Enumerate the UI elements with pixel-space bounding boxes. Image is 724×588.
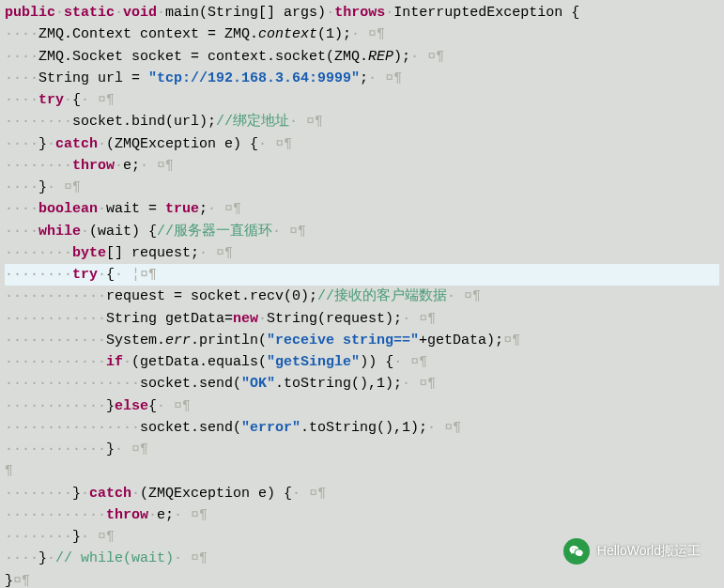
code-token: "error" xyxy=(241,420,300,436)
code-token: else xyxy=(115,398,148,414)
wechat-icon xyxy=(563,538,590,565)
code-token: "tcp://192.168.3.64:9999" xyxy=(148,70,360,86)
code-line[interactable]: ········socket.bind(url);//绑定地址· ¤¶ xyxy=(5,111,719,132)
code-token: ···· xyxy=(5,201,39,217)
code-token: } xyxy=(106,398,115,414)
code-token: · xyxy=(292,486,309,502)
code-token: ············ xyxy=(5,288,106,304)
code-token: ; xyxy=(360,70,368,86)
code-token: · xyxy=(55,5,64,21)
code-token: ···· xyxy=(5,550,39,566)
code-token: · xyxy=(385,5,393,21)
code-line[interactable]: ············}· ¤¶ xyxy=(5,439,719,460)
code-token: { xyxy=(72,92,81,108)
code-line[interactable]: ····ZMQ.Socket socket = context.socket(Z… xyxy=(5,46,719,68)
code-line[interactable]: ····boolean·wait = true;· ¤¶ xyxy=(5,198,719,220)
code-line[interactable]: ············request = socket.recv(0);//接… xyxy=(5,286,719,307)
code-token: byte xyxy=(72,245,106,261)
code-line[interactable]: ········byte[] request;· ¤¶ xyxy=(5,242,719,264)
code-token: ···· xyxy=(5,70,39,86)
code-token: ···· xyxy=(5,92,39,108)
code-token: public xyxy=(5,5,55,21)
code-line[interactable]: public·static·void·main(String[] args)·t… xyxy=(5,2,719,23)
code-line[interactable]: ¶ xyxy=(5,460,719,482)
code-token: ); xyxy=(393,49,410,65)
code-token: · xyxy=(368,70,385,86)
code-token: · xyxy=(115,441,131,457)
code-token: · xyxy=(115,158,123,174)
code-token: ········ xyxy=(5,486,72,502)
code-token: ¤¶ xyxy=(275,136,292,152)
code-token: ···· xyxy=(5,179,39,195)
code-line[interactable]: ············System.err.println("receive … xyxy=(5,330,719,351)
code-token: · xyxy=(174,550,191,566)
code-token: socket.send( xyxy=(140,420,241,436)
code-token: ········ xyxy=(5,114,72,130)
code-token: · xyxy=(174,507,191,523)
code-line[interactable]: ········try·{· ¦¤¶ xyxy=(5,264,719,286)
code-token: String(request); xyxy=(267,311,402,327)
code-token: .toString(),1); xyxy=(275,376,402,392)
watermark: HelloWorld搬运工 xyxy=(563,538,701,565)
code-token: · xyxy=(115,5,123,21)
code-line[interactable]: ····}· ¤¶ xyxy=(5,177,719,198)
code-token: //绑定地址 xyxy=(216,114,289,130)
code-token: try xyxy=(39,92,64,108)
code-token: · xyxy=(157,398,174,414)
code-token: ········ xyxy=(5,158,72,174)
code-line[interactable]: ············String getData=new·String(re… xyxy=(5,308,719,330)
code-token: · xyxy=(81,224,89,240)
code-token: ¤¶ xyxy=(224,201,241,217)
code-token: ¤¶ xyxy=(427,49,444,65)
code-line[interactable]: ····ZMQ.Context context = ZMQ.context(1)… xyxy=(5,23,719,45)
code-line[interactable]: ····String url = "tcp://192.168.3.64:999… xyxy=(5,68,719,89)
code-token: new xyxy=(233,311,258,327)
code-token: · xyxy=(157,5,165,21)
code-line[interactable]: ············}else{· ¤¶ xyxy=(5,395,719,417)
code-token: · xyxy=(258,311,267,327)
code-token: ············ xyxy=(5,311,106,327)
code-token: )) { xyxy=(360,354,393,370)
code-token: ¤¶ xyxy=(157,158,174,174)
code-token: [] request; xyxy=(106,245,199,261)
code-line[interactable]: }¤¶ xyxy=(5,570,719,589)
code-editor[interactable]: public·static·void·main(String[] args)·t… xyxy=(0,0,724,588)
code-token: catch xyxy=(55,136,98,152)
code-token: · xyxy=(47,179,64,195)
code-token: · xyxy=(258,136,275,152)
code-token: · xyxy=(47,550,55,566)
code-line[interactable]: ················socket.send("error".toSt… xyxy=(5,417,719,439)
code-line[interactable]: ········throw·e;· ¤¶ xyxy=(5,155,719,177)
code-line[interactable]: ········}·catch·(ZMQException e) {· ¤¶ xyxy=(5,483,719,504)
code-token: main(String[] args) xyxy=(165,5,326,21)
code-token: static xyxy=(64,5,115,21)
code-token: · xyxy=(81,92,98,108)
code-token: //服务器一直循环 xyxy=(157,224,272,240)
code-token: ¶ xyxy=(5,463,13,479)
code-token: .toString(),1); xyxy=(300,420,427,436)
code-token: ¤¶ xyxy=(385,70,402,86)
code-line[interactable]: ············if·(getData.equals("getSingl… xyxy=(5,351,719,373)
code-token: } xyxy=(106,441,115,457)
code-token: ········ xyxy=(5,267,72,283)
code-token: ¤¶ xyxy=(98,92,115,108)
code-token: ¤¶ xyxy=(410,354,427,370)
code-token: ············ xyxy=(5,507,106,523)
code-token: "receive string==" xyxy=(267,333,419,348)
code-line[interactable]: ················socket.send("OK".toStrin… xyxy=(5,373,719,395)
code-token: · xyxy=(326,5,334,21)
code-line[interactable]: ············throw·e;· ¤¶ xyxy=(5,504,719,526)
code-token: ¤¶ xyxy=(419,376,436,392)
code-token: try xyxy=(72,267,98,283)
code-token: ¤¶ xyxy=(464,288,481,304)
code-token: boolean xyxy=(39,201,98,217)
code-line[interactable]: ····try·{· ¤¶ xyxy=(5,89,719,111)
code-line[interactable]: ····while·(wait) {//服务器一直循环· ¤¶ xyxy=(5,221,719,242)
code-token: · xyxy=(402,311,419,327)
code-token: ¤¶ xyxy=(419,311,436,327)
code-token: ¤¶ xyxy=(306,114,323,130)
code-token: ¤¶ xyxy=(191,507,208,523)
code-token: ···· xyxy=(5,224,39,240)
code-token: ¤¶ xyxy=(309,486,326,502)
code-line[interactable]: ····}·catch·(ZMQException e) {· ¤¶ xyxy=(5,133,719,155)
